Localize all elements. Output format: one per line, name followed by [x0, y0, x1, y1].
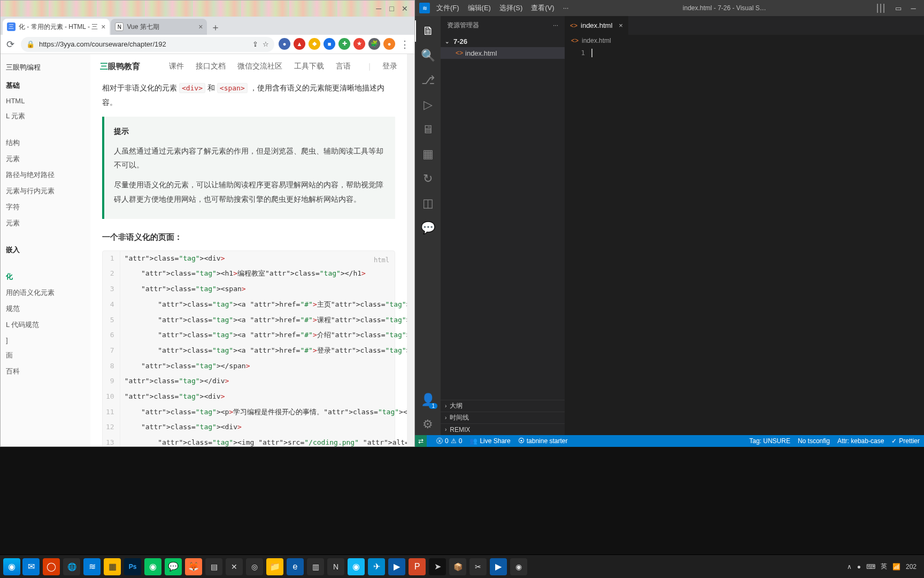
- sidebar-item[interactable]: 元素与行内元素: [5, 183, 86, 199]
- code-area[interactable]: [591, 47, 924, 435]
- taskbar-app-icon[interactable]: N: [327, 558, 344, 575]
- attr-status[interactable]: Attr: kebab-case: [837, 437, 884, 445]
- sidebar-item[interactable]: 基础: [5, 78, 86, 94]
- sidebar-item[interactable]: 路径与绝对路径: [5, 167, 86, 183]
- editor-breadcrumb[interactable]: <> index.html: [565, 35, 924, 47]
- panel-left-icon[interactable]: [877, 4, 878, 13]
- sidebar-item[interactable]: 面: [5, 347, 86, 363]
- tray-item[interactable]: ⌨: [866, 563, 875, 571]
- timeline-section[interactable]: ›时间线: [441, 412, 565, 423]
- extension-icon[interactable]: ★: [353, 38, 365, 50]
- browser-tab-active[interactable]: 三 化 - 常用的元素 - HTML - 三 ×: [3, 19, 110, 35]
- more-icon[interactable]: ···: [553, 21, 558, 29]
- extension-icon[interactable]: ◆: [309, 38, 320, 50]
- sidebar-item[interactable]: 结构: [5, 135, 86, 151]
- search-icon[interactable]: 🔍: [415, 45, 441, 66]
- sidebar-item[interactable]: 元素: [5, 151, 86, 167]
- sidebar-item[interactable]: 字符: [5, 199, 86, 215]
- sidebar-item[interactable]: 嵌入: [5, 242, 86, 258]
- taskbar-app-icon[interactable]: 🌐: [63, 558, 80, 575]
- taskbar-app-icon[interactable]: e: [287, 558, 304, 575]
- minimize-icon[interactable]: ─: [907, 2, 920, 14]
- tray-item[interactable]: ∧: [847, 563, 852, 571]
- taskbar-app-icon[interactable]: ▥: [307, 558, 324, 575]
- taskbar-app-icon[interactable]: ▤: [205, 558, 222, 575]
- extension-icon[interactable]: ▲: [294, 38, 305, 50]
- outline-section[interactable]: ›大纲: [441, 400, 565, 412]
- profile-avatar-icon[interactable]: ●: [383, 38, 395, 50]
- article-main[interactable]: 三眼鸭教育 课件接口文档微信交流社区工具下载言语 | 登录 相对于非语义化的元素…: [90, 54, 407, 446]
- sidebar-item[interactable]: 百科: [5, 363, 86, 379]
- tsconfig-status[interactable]: No tsconfig: [798, 437, 830, 445]
- tree-file[interactable]: <> index.html: [441, 47, 565, 59]
- taskbar-app-icon[interactable]: 🦊: [185, 558, 202, 575]
- accounts-icon[interactable]: 👤: [415, 389, 441, 410]
- nav-link[interactable]: 言语: [336, 62, 351, 70]
- taskbar-app-icon[interactable]: ✂: [469, 558, 487, 575]
- sidebar-item[interactable]: L 元素: [5, 108, 86, 124]
- kebab-menu-icon[interactable]: ⋮: [398, 38, 411, 51]
- start-button[interactable]: ◉: [3, 558, 20, 575]
- tray-item[interactable]: 📶: [892, 563, 900, 571]
- taskbar-app-icon[interactable]: ✉: [22, 558, 40, 575]
- prettier-status[interactable]: Prettier: [891, 437, 920, 445]
- menu-item[interactable]: ···: [559, 4, 573, 12]
- taskbar-app-icon[interactable]: ➤: [429, 558, 446, 575]
- menu-item[interactable]: 选择(S): [495, 4, 527, 12]
- taskbar-app-icon[interactable]: ✕: [226, 558, 243, 575]
- share-icon[interactable]: ⇪: [252, 40, 258, 48]
- remix-section[interactable]: ›REMIX: [441, 423, 565, 435]
- scrollbar[interactable]: [407, 54, 414, 446]
- tree-folder[interactable]: ⌄ 7-26: [441, 35, 565, 47]
- sidebar-item[interactable]: 用的语义化元素: [5, 285, 86, 301]
- taskbar-app-icon[interactable]: ▶: [388, 558, 405, 575]
- taskbar-app-icon[interactable]: P: [409, 558, 426, 575]
- taskbar-app-icon[interactable]: ≋: [83, 558, 101, 575]
- taskbar-app-icon[interactable]: 📁: [266, 558, 283, 575]
- taskbar-app-icon[interactable]: ◉: [144, 558, 161, 575]
- sidebar-item[interactable]: 规范: [5, 301, 86, 317]
- liveshare-status[interactable]: 👥 Live Share: [469, 437, 510, 445]
- panel-right-icon[interactable]: [883, 4, 884, 13]
- taskbar-app-icon[interactable]: Ps: [124, 558, 141, 575]
- browser-tab-inactive[interactable]: N Vue 第七期 ×: [111, 19, 207, 35]
- panel-bottom-icon[interactable]: [880, 4, 881, 13]
- tab-close-icon[interactable]: ×: [101, 22, 105, 31]
- minimize-icon[interactable]: ─: [373, 3, 384, 14]
- explorer-icon[interactable]: 🗎: [415, 20, 441, 42]
- gear-icon[interactable]: ⚙: [415, 414, 441, 435]
- nav-link[interactable]: 课件: [169, 62, 184, 70]
- menu-item[interactable]: 文件(F): [432, 4, 464, 12]
- login-link[interactable]: 登录: [382, 62, 397, 71]
- extensions-icon[interactable]: ▦: [415, 143, 441, 165]
- source-control-icon[interactable]: ⎇: [415, 70, 441, 91]
- sidebar-item[interactable]: ]: [5, 333, 86, 347]
- system-tray[interactable]: ∧●⌨英📶202: [847, 562, 921, 571]
- extension-icon[interactable]: ✚: [338, 38, 350, 50]
- star-icon[interactable]: ☆: [263, 40, 269, 48]
- editor-body[interactable]: 1: [565, 47, 924, 435]
- menu-item[interactable]: 查看(V): [527, 4, 558, 12]
- run-debug-icon[interactable]: ▷: [415, 94, 441, 116]
- url-input[interactable]: 🔒 https://3yya.com/courseware/chapter/19…: [21, 37, 274, 52]
- taskbar-app-icon[interactable]: ◯: [43, 558, 60, 575]
- tray-item[interactable]: 202: [906, 563, 917, 571]
- logo[interactable]: 三眼鸭教育: [100, 62, 140, 72]
- nav-link[interactable]: 接口文档: [196, 62, 226, 70]
- nav-link[interactable]: 微信交流社区: [237, 62, 282, 70]
- sidebar-item[interactable]: L 代码规范: [5, 317, 86, 333]
- taskbar-app-icon[interactable]: 📦: [449, 558, 466, 575]
- sidebar-item[interactable]: 元素: [5, 215, 86, 231]
- customize-layout-icon[interactable]: ▭: [892, 2, 905, 14]
- tabnine-status[interactable]: ⦿ tabnine starter: [518, 437, 568, 445]
- maximize-icon[interactable]: □: [387, 3, 397, 14]
- extension-icon[interactable]: ■: [324, 38, 335, 50]
- taskbar-app-icon[interactable]: ◉: [348, 558, 365, 575]
- menu-item[interactable]: 编辑(E): [464, 4, 495, 12]
- taskbar-app-icon[interactable]: ▦: [104, 558, 121, 575]
- liveshare-icon[interactable]: ↻: [415, 168, 441, 189]
- remote-indicator[interactable]: ⇄: [415, 435, 427, 447]
- sidebar-item[interactable]: HTML: [5, 94, 86, 108]
- taskbar-app-icon[interactable]: ▶: [490, 558, 507, 575]
- taskbar-app-icon[interactable]: ✈: [368, 558, 385, 575]
